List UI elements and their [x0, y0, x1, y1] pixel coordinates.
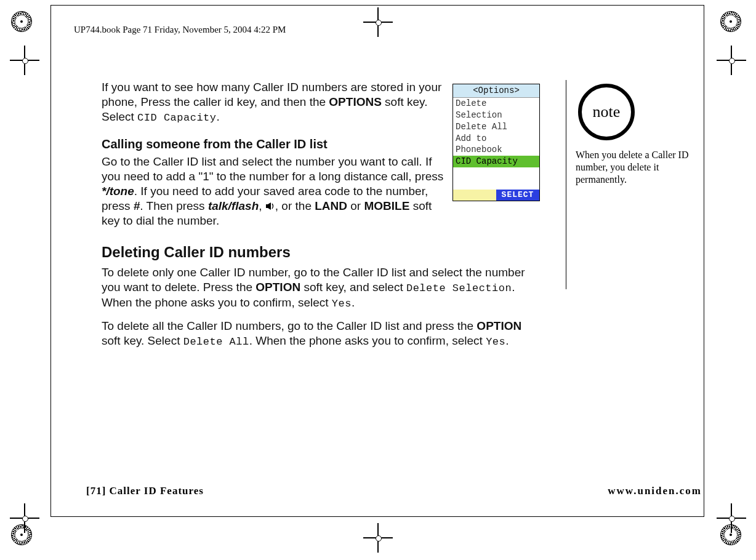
speaker-icon: [265, 199, 275, 208]
text: .: [505, 334, 509, 347]
option-label: OPTION: [255, 281, 300, 294]
phone-menu-item: Delete Selection: [453, 98, 539, 121]
registration-mark-icon: [14, 507, 36, 529]
lcd-text: Delete All: [183, 336, 249, 348]
delete-one-paragraph: To delete only one Caller ID number, go …: [102, 265, 539, 310]
delete-all-paragraph: To delete all the Caller ID numbers, go …: [102, 319, 539, 348]
svg-rect-0: [266, 204, 268, 208]
phone-menu-item: Add to Phonebook: [453, 133, 539, 156]
land-label: LAND: [315, 199, 347, 212]
footer-url: www.uniden.com: [608, 485, 702, 497]
heading-deleting: Deleting Caller ID numbers: [102, 243, 539, 262]
mobile-label: MOBILE: [364, 199, 409, 212]
registration-mark-icon: [367, 527, 389, 549]
text: or: [347, 199, 364, 212]
option-label: OPTION: [477, 319, 521, 332]
hash-label: #: [134, 199, 140, 212]
text: .: [352, 296, 355, 309]
phone-menu-item: Delete All: [453, 121, 539, 133]
text: ,: [259, 199, 265, 212]
registration-mark-icon: [720, 507, 742, 529]
text: . When the phone asks you to confirm, se…: [249, 334, 486, 347]
registration-mark-icon: [720, 49, 742, 71]
side-column: note When you delete a Caller ID number,…: [576, 80, 699, 186]
phone-softkey-left: [453, 190, 496, 201]
phone-screen-figure: <Options> Delete SelectionDelete AllAdd …: [452, 84, 539, 201]
registration-mark-icon: [14, 49, 36, 71]
star-tone-label: */tone: [102, 185, 134, 198]
text: . Then press: [140, 199, 208, 212]
text: soft key. Select: [102, 334, 183, 347]
text: , or the: [275, 199, 315, 212]
lcd-text: Yes: [486, 336, 505, 348]
crop-mark-icon: [720, 11, 745, 36]
text: To delete all the Caller ID numbers, go …: [102, 319, 477, 332]
crop-mark-icon: [11, 11, 36, 36]
text: .: [217, 110, 220, 123]
phone-screen-title: <Options>: [453, 84, 539, 98]
lcd-text: CID Capacity: [137, 112, 216, 124]
footer-page-section: [71] Caller ID Features: [86, 485, 204, 497]
column-divider: [566, 80, 566, 289]
running-header: UP744.book Page 71 Friday, November 5, 2…: [74, 25, 286, 35]
phone-menu-item: CID Capacity: [453, 156, 539, 167]
lcd-text: Delete Selection: [406, 282, 512, 294]
svg-marker-1: [268, 202, 271, 210]
text: soft key, and select: [300, 281, 406, 294]
phone-softkey-right: SELECT: [496, 190, 539, 201]
text: Go to the Caller ID list and select the …: [102, 155, 443, 183]
options-label: OPTIONS: [329, 95, 382, 108]
talk-flash-label: talk/flash: [208, 199, 259, 212]
note-text: When you delete a Caller ID number, you …: [576, 149, 699, 186]
main-column: <Options> Delete SelectionDelete AllAdd …: [102, 80, 539, 352]
note-badge-label: note: [593, 103, 621, 121]
lcd-text: Yes: [332, 298, 352, 310]
note-icon: note: [578, 84, 635, 140]
